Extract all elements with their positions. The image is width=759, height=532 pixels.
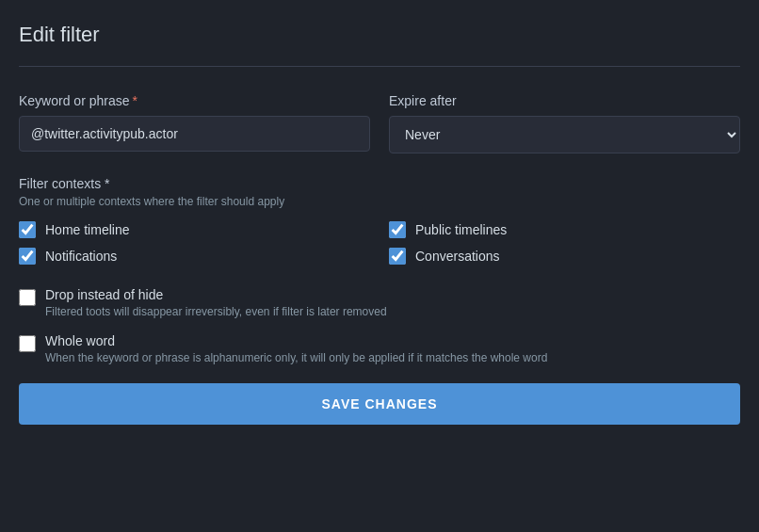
filter-contexts-required-star: * (101, 176, 109, 191)
notifications-checkbox[interactable] (19, 248, 36, 265)
checkbox-item-notifications: Notifications (19, 248, 370, 265)
keyword-group: Keyword or phrase* (19, 93, 370, 153)
save-changes-button[interactable]: SAVE CHANGES (19, 383, 740, 425)
page-container: Edit filter Keyword or phrase* Expire af… (0, 0, 759, 443)
whole-word-checkbox[interactable] (19, 335, 36, 352)
keyword-input[interactable] (19, 116, 370, 152)
whole-word-hint: When the keyword or phrase is alphanumer… (45, 351, 547, 364)
conversations-label[interactable]: Conversations (415, 249, 500, 264)
filter-contexts-label: Filter contexts * (19, 176, 740, 191)
checkbox-item-public-timelines: Public timelines (389, 221, 740, 238)
expire-label: Expire after (389, 93, 740, 108)
home-timeline-checkbox[interactable] (19, 221, 36, 238)
form-row-top: Keyword or phrase* Expire after Never 30… (19, 93, 740, 153)
conversations-checkbox[interactable] (389, 248, 406, 265)
home-timeline-label[interactable]: Home timeline (45, 222, 129, 237)
expire-group: Expire after Never 30 minutes 1 hour 6 h… (389, 93, 740, 153)
required-star: * (133, 93, 137, 108)
keyword-label: Keyword or phrase* (19, 93, 370, 108)
page-title: Edit filter (19, 23, 740, 47)
filter-contexts-hint: One or multiple contexts where the filte… (19, 195, 740, 208)
drop-instead-of-hide-label[interactable]: Drop instead of hide (45, 287, 387, 302)
checkboxes-grid: Home timeline Public timelines Notificat… (19, 221, 740, 265)
drop-instead-of-hide-row: Drop instead of hide Filtered toots will… (19, 287, 740, 318)
checkbox-item-home-timeline: Home timeline (19, 221, 370, 238)
options-section: Drop instead of hide Filtered toots will… (19, 287, 740, 364)
filter-contexts-section: Filter contexts * One or multiple contex… (19, 176, 740, 265)
notifications-label[interactable]: Notifications (45, 249, 117, 264)
whole-word-row: Whole word When the keyword or phrase is… (19, 333, 740, 364)
divider (19, 66, 740, 67)
public-timelines-checkbox[interactable] (389, 221, 406, 238)
expire-select[interactable]: Never 30 minutes 1 hour 6 hours 12 hours… (389, 116, 740, 153)
whole-word-label[interactable]: Whole word (45, 333, 547, 348)
whole-word-text: Whole word When the keyword or phrase is… (45, 333, 547, 364)
drop-instead-of-hide-checkbox[interactable] (19, 289, 36, 306)
drop-instead-of-hide-text: Drop instead of hide Filtered toots will… (45, 287, 387, 318)
drop-instead-of-hide-hint: Filtered toots will disappear irreversib… (45, 305, 387, 318)
checkbox-item-conversations: Conversations (389, 248, 740, 265)
public-timelines-label[interactable]: Public timelines (415, 222, 507, 237)
